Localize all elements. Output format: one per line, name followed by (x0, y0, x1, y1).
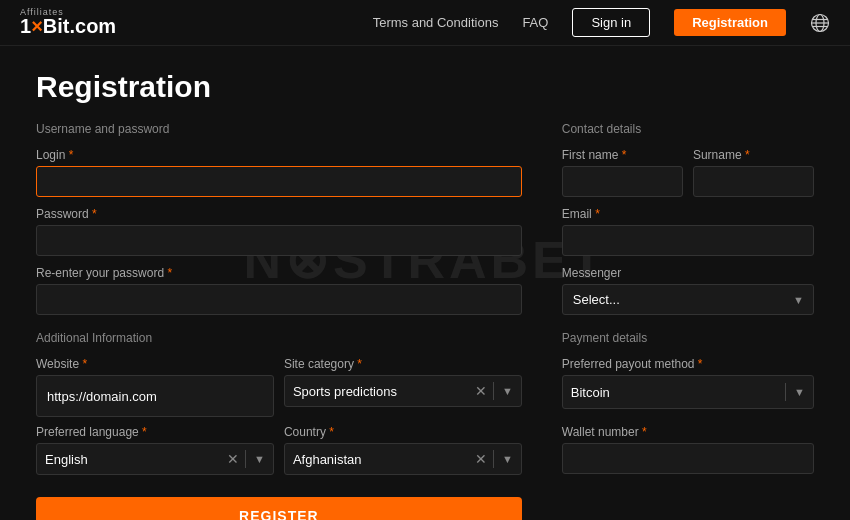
password-field-row: Password * (36, 207, 522, 266)
language-input (37, 452, 221, 467)
language-field: Preferred language * ✕ ▼ (36, 425, 274, 485)
login-field-row: Login * (36, 148, 522, 207)
payout-method-select[interactable]: ▼ (562, 375, 814, 409)
name-row: First name * Surname * (562, 148, 814, 207)
site-category-wrap: Site category * ✕ ▼ (284, 375, 522, 417)
email-field-row: Email * (562, 207, 814, 266)
messenger-select-wrap: Select... Telegram WhatsApp Skype ▼ (562, 284, 814, 315)
username-section-title: Username and password (36, 122, 522, 136)
left-column: Username and password Login * Password *… (36, 122, 522, 520)
logo: Affiliates 1×Bit.com (20, 7, 116, 38)
email-label: Email * (562, 207, 814, 221)
form-grid: Username and password Login * Password *… (36, 122, 814, 520)
country-label: Country * (284, 425, 522, 439)
navbar: Affiliates 1×Bit.com Terms and Condition… (0, 0, 850, 46)
site-category-label: Site category * (284, 357, 362, 371)
language-country-row: Preferred language * ✕ ▼ Country * (36, 425, 522, 485)
country-input (285, 452, 469, 467)
payout-label: Preferred payout method * (562, 357, 814, 371)
register-button[interactable]: REGISTER (36, 497, 522, 520)
site-category-clear[interactable]: ✕ (469, 383, 493, 399)
reenter-field-row: Re-enter your password * (36, 266, 522, 325)
reenter-input[interactable] (36, 284, 522, 315)
terms-link[interactable]: Terms and Conditions (373, 15, 499, 30)
country-select[interactable]: ✕ ▼ (284, 443, 522, 475)
logo-text: 1×Bit.com (20, 15, 116, 38)
language-label: Preferred language * (36, 425, 274, 439)
payment-section-title: Payment details (562, 331, 814, 345)
site-category-arrow[interactable]: ▼ (494, 385, 521, 397)
firstname-field: First name * (562, 148, 683, 207)
payout-method-input (563, 385, 785, 400)
wallet-input[interactable] (562, 443, 814, 474)
faq-link[interactable]: FAQ (522, 15, 548, 30)
messenger-field-row: Messenger Select... Telegram WhatsApp Sk… (562, 266, 814, 325)
login-input[interactable] (36, 166, 522, 197)
globe-icon[interactable] (810, 13, 830, 33)
surname-label: Surname * (693, 148, 814, 162)
website-input[interactable] (36, 375, 274, 417)
language-select[interactable]: ✕ ▼ (36, 443, 274, 475)
password-input[interactable] (36, 225, 522, 256)
firstname-label: First name * (562, 148, 683, 162)
website-category-row: Site category * ✕ ▼ (36, 375, 522, 417)
contact-section-title: Contact details (562, 122, 814, 136)
page-title: Registration (36, 70, 814, 104)
payout-field-row: Preferred payout method * ▼ (562, 357, 814, 419)
login-label: Login * (36, 148, 522, 162)
site-category-select[interactable]: ✕ ▼ (284, 375, 522, 407)
right-column: Contact details First name * Surname * (562, 122, 814, 520)
messenger-select[interactable]: Select... Telegram WhatsApp Skype (562, 284, 814, 315)
reenter-label: Re-enter your password * (36, 266, 522, 280)
surname-input[interactable] (693, 166, 814, 197)
website-label: Website * (36, 357, 522, 371)
firstname-input[interactable] (562, 166, 683, 197)
language-clear[interactable]: ✕ (221, 451, 245, 467)
email-input[interactable] (562, 225, 814, 256)
country-field: Country * ✕ ▼ (284, 425, 522, 485)
content: Registration Username and password Login… (0, 46, 850, 520)
site-category-input (285, 384, 469, 399)
country-arrow[interactable]: ▼ (494, 453, 521, 465)
register-nav-button[interactable]: Registration (674, 9, 786, 36)
messenger-label: Messenger (562, 266, 814, 280)
surname-field: Surname * (693, 148, 814, 207)
wallet-label: Wallet number * (562, 425, 814, 439)
additional-section-title: Additional Information (36, 331, 522, 345)
payout-method-arrow[interactable]: ▼ (786, 386, 813, 398)
country-clear[interactable]: ✕ (469, 451, 493, 467)
nav-links: Terms and Conditions FAQ Sign in Registr… (373, 8, 830, 37)
signin-button[interactable]: Sign in (572, 8, 650, 37)
language-arrow[interactable]: ▼ (246, 453, 273, 465)
wallet-field-row: Wallet number * (562, 425, 814, 484)
website-field-row: Website * (36, 357, 522, 375)
password-label: Password * (36, 207, 522, 221)
